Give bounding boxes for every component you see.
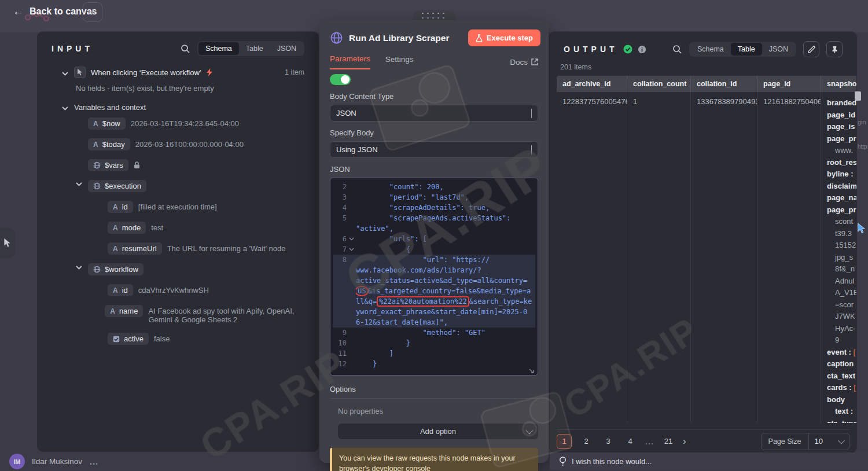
tree-row-id[interactable]: AidcdaVhrzYvKwhnwSH: [38, 279, 318, 300]
tree-row-id[interactable]: Aid[filled at execution time]: [38, 196, 318, 217]
col-snapshot[interactable]: snapshot: [821, 76, 856, 92]
tree-row-vars[interactable]: $vars: [38, 154, 318, 175]
code-line-12: 12 }: [333, 359, 535, 369]
tab-parameters[interactable]: Parameters: [330, 54, 370, 69]
specify-body-select[interactable]: Using JSON: [330, 141, 538, 158]
page-button-1[interactable]: 1: [557, 434, 572, 449]
variable-pill[interactable]: Aid: [108, 284, 133, 296]
tree-row-active[interactable]: activefalse: [38, 328, 318, 349]
user-menu-dots[interactable]: …: [89, 457, 100, 467]
code-text: "scrapePageAds.activeStatus":"active",: [356, 213, 535, 234]
variable-pill[interactable]: AresumeUrl: [108, 242, 162, 255]
body-content-type-select[interactable]: JSON: [330, 105, 538, 122]
output-tab-schema[interactable]: Schema: [690, 43, 731, 56]
collapsed-node-edge-tab[interactable]: [0, 228, 14, 258]
chevron-down-icon[interactable]: [75, 180, 83, 186]
variable-pill[interactable]: A$now: [88, 117, 126, 130]
fold-spacer: [347, 203, 356, 213]
docs-label: Docs: [510, 58, 528, 67]
user-chip[interactable]: IM Ildar Muksinov …: [9, 454, 100, 469]
col-ad-archive-id[interactable]: ad_archive_id: [557, 76, 627, 92]
code-text: {: [356, 244, 535, 255]
page-button-21[interactable]: 21: [661, 434, 676, 449]
chevron-down-icon[interactable]: [61, 104, 69, 111]
variable-pill[interactable]: active: [108, 333, 149, 345]
chevron-spacer: [94, 333, 102, 335]
tab-settings[interactable]: Settings: [385, 55, 414, 69]
chevron-down-icon[interactable]: [61, 69, 69, 76]
variable-pill[interactable]: A$today: [88, 138, 130, 150]
type-boolean-icon: [113, 336, 120, 343]
line-number: 6: [333, 234, 347, 244]
fold-chevron-icon[interactable]: [347, 234, 356, 244]
variable-pill[interactable]: $execution: [88, 180, 146, 192]
table-row[interactable]: 1228377576005476 1 1336783897904937 1216…: [557, 92, 856, 423]
next-page-button[interactable]: ›: [683, 436, 686, 447]
type-string-icon: A: [110, 307, 115, 315]
page-button-2[interactable]: 2: [579, 434, 594, 449]
send-body-toggle[interactable]: [330, 74, 351, 85]
variable-pill[interactable]: Amode: [108, 222, 146, 234]
execute-step-button[interactable]: Execute step: [468, 30, 540, 46]
variable-pill[interactable]: Aname: [105, 305, 143, 317]
input-panel: INPUT SchemaTableJSON When clicking ‘Exe…: [38, 32, 318, 451]
input-tab-schema[interactable]: Schema: [198, 42, 239, 55]
add-option-button[interactable]: Add option: [338, 424, 538, 439]
col-collation-id[interactable]: collation_id: [691, 76, 757, 92]
snapshot-line: cta_type: [827, 418, 851, 424]
output-search-icon[interactable]: [672, 45, 682, 54]
code-visual-row: active_status=active&ad_type=all&country…: [356, 275, 535, 286]
code-visual-row: "count": 200,: [356, 182, 535, 192]
add-tab-button[interactable]: +: [83, 2, 102, 22]
editor-resize-handle[interactable]: [529, 367, 535, 373]
output-tab-table[interactable]: Table: [731, 43, 762, 56]
success-check-icon: [623, 45, 632, 54]
snapshot-line: 15152: [827, 240, 851, 252]
fold-spacer: [347, 192, 356, 203]
page-button-3[interactable]: 3: [601, 434, 616, 449]
code-visual-row: "urls": [: [356, 234, 535, 244]
variable-pill[interactable]: $vars: [88, 159, 128, 171]
variable-pill[interactable]: $workflow: [88, 263, 144, 275]
tree-row-resumeUrl[interactable]: AresumeUrlThe URL for resuming a 'Wait' …: [38, 238, 318, 259]
line-number: 3: [333, 192, 347, 203]
code-line-2: 2 "count": 200,: [333, 182, 535, 192]
tree-row-today[interactable]: A$today2026-03-16T00:00:00.000-04:00: [38, 134, 318, 154]
input-tab-table[interactable]: Table: [239, 42, 270, 55]
input-tab-json[interactable]: JSON: [270, 42, 303, 55]
col-page-id[interactable]: page_id: [757, 76, 821, 92]
snapshot-line: 9: [827, 334, 851, 347]
info-icon[interactable]: [638, 45, 646, 54]
tree-row-name[interactable]: AnameAI Facebook ad spy tool with Apify,…: [38, 300, 318, 328]
output-tab-json[interactable]: JSON: [762, 43, 795, 56]
tree-row-mode[interactable]: Amodetest: [38, 217, 318, 238]
cell-collation-id: 1336783897904937: [691, 92, 757, 423]
json-code-editor[interactable]: 2 "count": 200,3 "period": "last7d",4 "s…: [330, 178, 538, 376]
tree-row-now[interactable]: A$now2026-03-16T19:34:23.645-04:00: [38, 113, 318, 134]
docs-link[interactable]: Docs: [510, 58, 538, 67]
tree-row-execution[interactable]: $execution: [38, 175, 318, 196]
page-size-value: 10: [815, 437, 823, 446]
input-source-node-row[interactable]: When clicking ‘Execute workflow’ 1 item: [38, 62, 318, 79]
chevron-down-icon[interactable]: [75, 263, 83, 270]
snapshot-line: branded: [827, 97, 851, 109]
code-visual-row: "period": "last7d",: [356, 192, 535, 203]
fold-chevron-icon[interactable]: [347, 244, 356, 255]
code-visual-row: "method": "GET": [356, 328, 535, 338]
edit-output-button[interactable]: [803, 41, 819, 57]
lightbulb-icon: [559, 457, 567, 466]
input-search-icon[interactable]: [181, 44, 190, 54]
page-button-4[interactable]: 4: [623, 434, 638, 449]
node-feedback-bar[interactable]: I wish this node would...: [550, 452, 868, 470]
variables-and-context-header[interactable]: Variables and context: [38, 95, 318, 113]
chevron-down-icon: [531, 109, 532, 118]
page-size-control[interactable]: Page Size 10: [761, 433, 849, 450]
code-text: }: [356, 338, 535, 348]
variable-pill[interactable]: Aid: [108, 201, 133, 213]
code-line-7: 7 {: [333, 244, 535, 255]
pin-output-button[interactable]: [826, 41, 843, 57]
tree-row-workflow[interactable]: $workflow: [38, 259, 318, 279]
code-visual-row: }: [356, 359, 535, 369]
col-collation-count[interactable]: collation_count: [627, 76, 691, 92]
code-line-5: 5 "scrapePageAds.activeStatus":"active",: [333, 213, 535, 234]
